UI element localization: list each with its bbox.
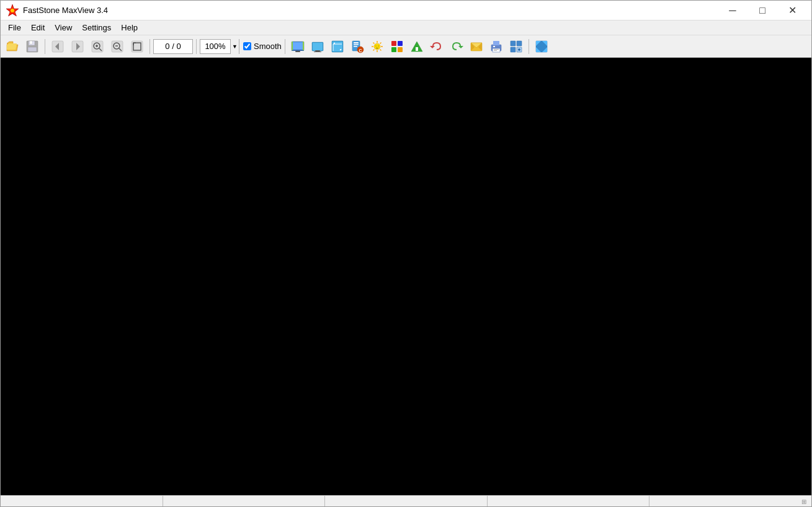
- separator-2: [149, 39, 150, 54]
- main-canvas: [1, 58, 811, 495]
- fullscreen-icon: [311, 40, 324, 53]
- svg-rect-70: [493, 41, 499, 45]
- toolbar: ▼ Smooth: [1, 35, 811, 58]
- fullscreen-button[interactable]: [308, 38, 327, 55]
- menu-settings[interactable]: Settings: [77, 22, 116, 34]
- green-tool-button[interactable]: [408, 38, 426, 55]
- svg-rect-30: [303, 42, 304, 50]
- svg-rect-43: [354, 44, 359, 45]
- svg-rect-61: [391, 47, 396, 52]
- zoom-in-button[interactable]: [88, 38, 107, 55]
- green-tool-icon: [410, 40, 424, 53]
- open-icon: [6, 40, 19, 53]
- zoom-in-icon: [91, 40, 104, 53]
- zoom-input[interactable]: [200, 42, 230, 51]
- thumbnail-button[interactable]: [507, 38, 525, 55]
- separator-5: [529, 39, 529, 54]
- fit-stretch-button[interactable]: [532, 38, 551, 55]
- zoom-out-icon: [110, 40, 124, 53]
- svg-rect-33: [315, 50, 320, 52]
- fit-page-icon: [130, 40, 144, 53]
- undo-icon: [430, 40, 444, 53]
- separator-3: [196, 39, 197, 54]
- svg-rect-27: [292, 50, 304, 51]
- app-title: FastStone MaxView 3.4: [23, 6, 108, 15]
- save-icon: [25, 40, 39, 53]
- app-logo-icon: [6, 4, 19, 17]
- svg-rect-72: [493, 46, 495, 47]
- svg-rect-28: [295, 51, 300, 52]
- redo-button[interactable]: [447, 38, 466, 55]
- svg-text:C: C: [359, 48, 362, 52]
- color-adjust-icon: [390, 40, 404, 53]
- svg-line-55: [373, 49, 374, 50]
- email-icon: [470, 40, 483, 53]
- color-adjust-button[interactable]: [388, 38, 406, 55]
- svg-point-57: [375, 45, 376, 46]
- svg-line-54: [380, 42, 381, 43]
- status-segment-5: ⊞: [649, 496, 811, 506]
- svg-rect-77: [511, 47, 515, 52]
- smooth-checkbox[interactable]: [243, 42, 251, 50]
- svg-rect-7: [28, 47, 37, 52]
- prev-button[interactable]: [48, 38, 67, 55]
- print-icon: [489, 40, 503, 53]
- zoom-dropdown-button[interactable]: ▼: [230, 39, 239, 54]
- smooth-checkbox-label[interactable]: Smooth: [243, 42, 282, 51]
- next-icon: [71, 40, 84, 53]
- slideshow-button[interactable]: [288, 38, 307, 55]
- menu-view[interactable]: View: [50, 22, 77, 34]
- fit-page-button[interactable]: [128, 38, 146, 55]
- print-button[interactable]: [487, 38, 506, 55]
- resize-grip-icon: ⊞: [801, 498, 809, 506]
- menu-file[interactable]: File: [3, 22, 26, 34]
- open-button[interactable]: [3, 38, 22, 55]
- svg-point-2: [11, 9, 14, 12]
- svg-rect-75: [511, 41, 515, 46]
- status-segment-1: [1, 496, 163, 506]
- svg-line-53: [380, 49, 381, 50]
- svg-rect-29: [292, 42, 293, 50]
- maximize-button[interactable]: □: [748, 2, 777, 19]
- menu-help[interactable]: Help: [116, 22, 143, 34]
- copy-text-button[interactable]: C: [348, 38, 367, 55]
- svg-rect-36: [332, 42, 342, 52]
- resize-icon: [331, 40, 344, 53]
- title-controls: ─ □ ✕: [718, 2, 806, 19]
- email-button[interactable]: [467, 38, 486, 55]
- svg-point-58: [378, 45, 378, 46]
- page-counter[interactable]: [153, 39, 193, 54]
- slideshow-icon: [291, 40, 305, 53]
- svg-rect-76: [517, 41, 522, 46]
- zoom-container: ▼: [200, 39, 239, 54]
- status-segment-2: [163, 496, 326, 506]
- undo-button[interactable]: [427, 38, 446, 55]
- close-button[interactable]: ✕: [778, 2, 806, 19]
- svg-rect-42: [354, 42, 359, 43]
- copy-text-icon: C: [350, 40, 364, 53]
- status-bar: ⊞: [1, 495, 811, 506]
- title-bar: FastStone MaxView 3.4 ─ □ ✕: [1, 1, 811, 20]
- svg-rect-60: [398, 41, 403, 46]
- brightness-icon: [370, 40, 384, 53]
- status-segment-4: [488, 496, 650, 506]
- svg-rect-44: [354, 46, 357, 47]
- separator-1: [45, 39, 45, 54]
- title-left: FastStone MaxView 3.4: [6, 4, 108, 17]
- next-button[interactable]: [68, 38, 87, 55]
- svg-rect-32: [313, 43, 323, 50]
- resize-button[interactable]: [328, 38, 347, 55]
- menu-edit[interactable]: Edit: [26, 22, 50, 34]
- redo-icon: [450, 40, 463, 53]
- minimize-button[interactable]: ─: [718, 2, 747, 19]
- smooth-label: Smooth: [254, 42, 282, 51]
- svg-rect-73: [494, 49, 499, 50]
- brightness-button[interactable]: [368, 38, 386, 55]
- svg-line-52: [373, 42, 374, 43]
- separator-4: [285, 39, 285, 54]
- zoom-out-button[interactable]: [108, 38, 127, 55]
- svg-rect-62: [398, 47, 403, 52]
- save-button[interactable]: [23, 38, 42, 55]
- svg-rect-59: [391, 41, 396, 46]
- svg-rect-34: [314, 52, 321, 52]
